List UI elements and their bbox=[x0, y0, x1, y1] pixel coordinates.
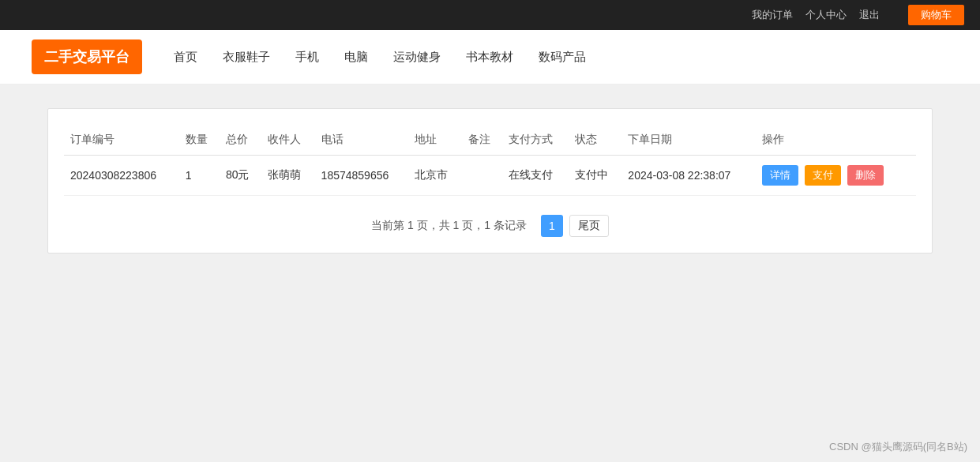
table-row: 20240308223806 1 80元 张萌萌 18574859656 北京市… bbox=[64, 156, 916, 196]
header: 二手交易平台 首页 衣服鞋子 手机 电脑 运动健身 书本教材 数码产品 bbox=[0, 30, 980, 85]
col-remark: 备注 bbox=[462, 125, 502, 156]
cell-status: 支付中 bbox=[569, 156, 622, 196]
profile-link[interactable]: 个人中心 bbox=[805, 8, 847, 22]
orders-table-container: 订单编号 数量 总价 收件人 电话 地址 备注 支付方式 状态 下单日期 操作 … bbox=[47, 108, 933, 254]
col-total: 总价 bbox=[220, 125, 261, 156]
cell-date: 2024-03-08 22:38:07 bbox=[621, 156, 756, 196]
cell-payment: 在线支付 bbox=[502, 156, 569, 196]
nav-sports[interactable]: 运动健身 bbox=[393, 50, 441, 65]
logout-link[interactable]: 退出 bbox=[859, 8, 880, 22]
nav-clothing[interactable]: 衣服鞋子 bbox=[223, 50, 270, 65]
pagination-info: 当前第 1 页，共 1 页，1 条记录 bbox=[371, 219, 527, 233]
delete-button[interactable]: 删除 bbox=[847, 165, 884, 186]
col-actions: 操作 bbox=[756, 125, 916, 156]
cell-address: 北京市 bbox=[408, 156, 462, 196]
cell-recipient: 张萌萌 bbox=[261, 156, 315, 196]
col-order-id: 订单编号 bbox=[64, 125, 179, 156]
pagination: 当前第 1 页，共 1 页，1 条记录 1 尾页 bbox=[64, 215, 916, 237]
orders-table: 订单编号 数量 总价 收件人 电话 地址 备注 支付方式 状态 下单日期 操作 … bbox=[64, 125, 916, 196]
col-date: 下单日期 bbox=[621, 125, 756, 156]
col-status: 状态 bbox=[569, 125, 622, 156]
nav-home[interactable]: 首页 bbox=[174, 50, 197, 65]
pay-button[interactable]: 支付 bbox=[805, 165, 841, 186]
main-content: 订单编号 数量 总价 收件人 电话 地址 备注 支付方式 状态 下单日期 操作 … bbox=[0, 85, 980, 277]
cell-actions: 详情 支付 删除 bbox=[756, 156, 916, 196]
col-payment: 支付方式 bbox=[502, 125, 569, 156]
table-header-row: 订单编号 数量 总价 收件人 电话 地址 备注 支付方式 状态 下单日期 操作 bbox=[64, 125, 916, 156]
cell-quantity: 1 bbox=[179, 156, 220, 196]
last-page-button[interactable]: 尾页 bbox=[569, 215, 609, 237]
nav-digital[interactable]: 数码产品 bbox=[539, 50, 586, 65]
col-address: 地址 bbox=[408, 125, 462, 156]
nav-phone[interactable]: 手机 bbox=[295, 50, 319, 65]
my-orders-link[interactable]: 我的订单 bbox=[752, 8, 793, 22]
nav: 首页 衣服鞋子 手机 电脑 运动健身 书本教材 数码产品 bbox=[174, 50, 586, 65]
page-number-1[interactable]: 1 bbox=[541, 215, 563, 237]
nav-computer[interactable]: 电脑 bbox=[344, 50, 368, 65]
cell-total: 80元 bbox=[220, 156, 261, 196]
top-bar: 我的订单 个人中心 退出 购物车 bbox=[0, 0, 980, 30]
col-recipient: 收件人 bbox=[261, 125, 315, 156]
col-quantity: 数量 bbox=[179, 125, 220, 156]
detail-button[interactable]: 详情 bbox=[762, 165, 798, 186]
cart-button[interactable]: 购物车 bbox=[908, 5, 964, 25]
cell-remark bbox=[462, 156, 502, 196]
col-phone: 电话 bbox=[315, 125, 408, 156]
cell-order-id: 20240308223806 bbox=[64, 156, 179, 196]
nav-books[interactable]: 书本教材 bbox=[466, 50, 513, 65]
logo: 二手交易平台 bbox=[32, 39, 142, 74]
cell-phone: 18574859656 bbox=[315, 156, 408, 196]
